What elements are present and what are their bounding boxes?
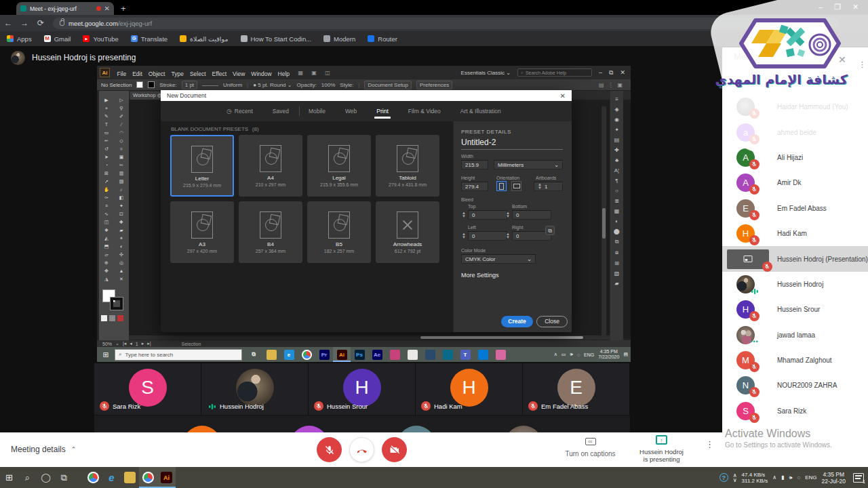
taskbar-app-aftereffects[interactable]: Ae xyxy=(368,347,386,362)
panel-icon[interactable]: ✦ xyxy=(614,127,619,133)
units-dropdown[interactable]: Millimeters⌄ xyxy=(494,160,563,169)
participant-row[interactable]: Hussein Hodroj xyxy=(722,272,868,297)
panel-icon[interactable]: ▤ xyxy=(614,137,620,143)
illustrator-window-controls[interactable]: –⧉✕ xyxy=(599,69,625,77)
dialog-close-icon[interactable]: ✕ xyxy=(560,92,566,100)
tool-icon[interactable]: ⌖ xyxy=(105,104,108,112)
language-indicator[interactable]: ENG xyxy=(805,474,816,481)
tool-icon[interactable]: ▱ xyxy=(104,251,108,258)
taskbar-app-illustrator[interactable]: Ai xyxy=(333,347,351,362)
taskbar-app-chrome2[interactable] xyxy=(139,467,157,488)
panel-icon[interactable]: ⊞ xyxy=(614,260,619,266)
bookmark-item[interactable]: مواقيت الصلاة xyxy=(180,35,228,43)
tool-icon[interactable]: ▶ xyxy=(104,96,108,104)
panel-icon[interactable]: ⧇ xyxy=(615,249,618,256)
taskbar-app-chrome[interactable] xyxy=(84,467,102,488)
menu-file[interactable]: File xyxy=(114,70,130,77)
turn-on-captions-button[interactable]: cc Turn on captions xyxy=(561,438,619,458)
tool-icon[interactable]: ✋ xyxy=(104,186,110,193)
menu-object[interactable]: Object xyxy=(145,70,168,77)
camera-off-button[interactable] xyxy=(382,437,407,462)
taskbar-app-app3[interactable] xyxy=(421,347,439,362)
opacity-value[interactable]: 100% xyxy=(321,82,335,88)
participant-row[interactable]: HHadi Kam xyxy=(722,221,868,246)
more-settings-link[interactable]: More Settings xyxy=(461,272,499,279)
taskbar-app-cortana[interactable]: ◯ xyxy=(37,467,55,488)
preset-card-a3[interactable]: A3297 x 420 mm xyxy=(170,201,234,263)
artboards-stepper[interactable]: ▲▼1 xyxy=(534,182,563,191)
panel-icon[interactable]: ⧉ xyxy=(615,239,619,245)
width-input[interactable]: 215.9 xyxy=(461,160,488,169)
dialog-tab-web[interactable]: Web xyxy=(345,101,357,121)
tool-icon[interactable]: ∿ xyxy=(104,210,108,218)
tool-icon[interactable]: ⌕ xyxy=(120,186,123,193)
adobe-help-search[interactable]: ⌕ Search Adobe Help xyxy=(517,68,592,77)
panel-icon[interactable]: A¦ xyxy=(614,167,619,174)
bookmark-item[interactable]: GTranslate xyxy=(131,35,167,43)
bookmark-item[interactable]: Router xyxy=(368,35,397,43)
taskbar-app-edge[interactable]: e xyxy=(280,347,298,362)
presentation-notification-icon[interactable]: ▤ xyxy=(623,352,628,357)
reload-button[interactable]: ⟳ xyxy=(33,18,49,28)
create-button[interactable]: Create xyxy=(501,316,533,327)
tool-icon[interactable]: ◧ xyxy=(119,194,124,201)
landscape-button[interactable] xyxy=(511,181,521,191)
tool-icon[interactable]: ◐ xyxy=(120,243,123,250)
stroke-color-swatch[interactable] xyxy=(111,298,123,310)
close-button[interactable]: Close xyxy=(536,316,568,327)
preset-card-b4[interactable]: B4257 x 364 mm xyxy=(239,201,302,263)
taskbar-app-taskview[interactable]: ⧉ xyxy=(55,467,73,488)
tool-icon[interactable]: T xyxy=(105,121,108,128)
tool-icon[interactable]: ≡ xyxy=(105,202,108,209)
tool-icon[interactable]: ⊡ xyxy=(119,210,123,218)
bookmark-item[interactable]: Modern xyxy=(323,35,355,43)
panel-icon[interactable]: ◐ xyxy=(615,218,618,224)
tool-icon[interactable]: ✐ xyxy=(119,113,123,120)
preset-card-a4[interactable]: A4210 x 297 mm xyxy=(239,135,302,197)
tool-icon[interactable]: ◫ xyxy=(104,218,109,226)
tool-icon[interactable]: ⊕ xyxy=(104,259,108,266)
notification-icon[interactable]: 1 xyxy=(853,473,864,483)
tool-icon[interactable]: ▣ xyxy=(119,153,124,161)
dialog-tab-print[interactable]: Print xyxy=(376,101,388,121)
tool-icon[interactable]: ◎ xyxy=(119,259,123,266)
panel-icon[interactable]: ≡ xyxy=(615,96,618,102)
color-mode-dropdown[interactable]: CMYK Color⌄ xyxy=(461,254,536,264)
taskbar-app-search[interactable]: ⌕ xyxy=(18,467,37,488)
meeting-details-button[interactable]: Meeting details⌃ xyxy=(11,445,76,454)
tool-icon[interactable]: ✏ xyxy=(104,137,108,144)
video-tile[interactable]: SSara Rizk xyxy=(94,363,201,415)
menu-help[interactable]: Help xyxy=(275,70,292,77)
panel-icon[interactable]: ⬤ xyxy=(614,228,620,235)
panel-icon[interactable]: ♣ xyxy=(615,157,618,163)
tool-icon[interactable]: ✦ xyxy=(119,202,123,209)
tool-icon[interactable]: ➤ xyxy=(104,153,108,161)
taskbar-app-edge[interactable]: e xyxy=(102,467,121,488)
panel-icon[interactable]: ◉ xyxy=(614,117,619,123)
document-setup-button[interactable]: Document Setup xyxy=(364,81,412,89)
video-tile[interactable]: EEm Fadel Abass xyxy=(523,363,629,415)
menu-effect[interactable]: Effect xyxy=(209,70,230,77)
bookmark-item[interactable]: ▶YouTube xyxy=(83,35,118,43)
tool-icon[interactable]: ⚲ xyxy=(119,104,123,112)
mute-microphone-button[interactable] xyxy=(317,437,342,462)
bleed-left-input[interactable]: ▲▼0 xyxy=(468,231,507,241)
taskbar-app-photoshop[interactable]: Ps xyxy=(351,347,368,362)
menu-select[interactable]: Select xyxy=(186,70,209,77)
tool-icon[interactable]: ✚ xyxy=(119,218,123,226)
menu-window[interactable]: Window xyxy=(248,70,275,77)
tool-icon[interactable]: ▲ xyxy=(119,267,124,274)
panel-icon[interactable]: ▦ xyxy=(614,208,620,214)
participant-row[interactable]: •••jawad lamaa xyxy=(722,323,868,348)
panel-icon[interactable]: ¶ xyxy=(615,178,618,184)
taskbar-app-app6[interactable] xyxy=(492,347,509,362)
tool-icon[interactable]: ❖ xyxy=(104,226,108,234)
preset-card-arrowheads[interactable]: Arrowheads612 x 792 pt xyxy=(376,201,439,263)
color-mode-buttons[interactable] xyxy=(101,315,125,321)
taskbar-app-start[interactable]: ⊞ xyxy=(0,467,18,488)
tool-icon[interactable]: ▨ xyxy=(119,178,124,185)
browser-tab[interactable]: Meet - exj-jqeg-urf ✕ xyxy=(16,2,114,15)
preset-card-tabloid[interactable]: Tabloid279.4 x 431.8 mm xyxy=(376,135,439,197)
you-are-presenting-button[interactable]: ↑ Hussein Hodroj is presenting xyxy=(629,435,694,463)
tool-icon[interactable]: ▷ xyxy=(119,96,123,104)
